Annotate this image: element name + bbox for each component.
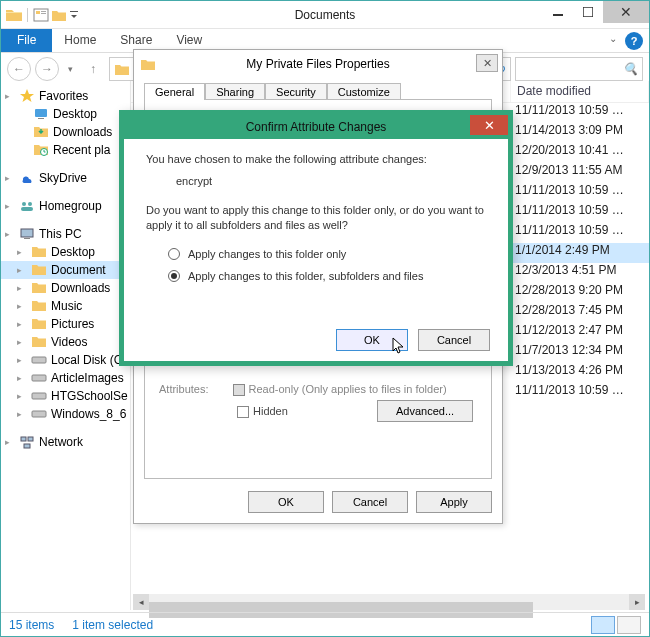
tree-pictures[interactable]: ▸Pictures — [1, 315, 130, 333]
scroll-left-button[interactable]: ◂ — [133, 594, 149, 610]
date-cell: 11/11/2013 10:59 … — [511, 223, 624, 243]
confirm-dialog: Confirm Attribute Changes ✕ You have cho… — [119, 110, 513, 366]
advanced-button[interactable]: Advanced... — [377, 400, 473, 422]
option-folder-only[interactable]: Apply changes to this folder only — [168, 248, 486, 260]
date-cell: 11/7/2013 12:34 PM — [511, 343, 623, 363]
qat-separator — [25, 8, 31, 22]
tab-customize[interactable]: Customize — [327, 83, 401, 100]
window-buttons: ✕ — [543, 1, 649, 23]
svg-rect-7 — [583, 7, 593, 17]
new-folder-icon[interactable] — [51, 8, 67, 22]
status-bar: 15 items 1 item selected — [1, 612, 649, 636]
hidden-checkbox-row[interactable]: Hidden — [237, 405, 288, 418]
date-cell: 12/9/2013 11:55 AM — [511, 163, 622, 183]
close-button[interactable]: ✕ — [603, 1, 649, 23]
confirm-buttons: OK Cancel — [336, 329, 490, 351]
svg-rect-5 — [70, 11, 78, 12]
properties-cancel-button[interactable]: Cancel — [332, 491, 408, 513]
history-dropdown-icon[interactable]: ▾ — [63, 57, 77, 81]
tab-security[interactable]: Security — [265, 83, 327, 100]
date-cell: 12/20/2013 10:41 … — [511, 143, 624, 163]
svg-rect-4 — [41, 13, 46, 14]
date-cell: 11/11/2013 10:59 … — [511, 103, 624, 123]
date-cell: 12/28/2013 7:45 PM — [511, 303, 623, 323]
back-button[interactable]: ← — [7, 57, 31, 81]
tree-recent-fav[interactable]: Recent pla — [1, 141, 130, 159]
tree-network[interactable]: ▸Network — [1, 433, 130, 451]
scroll-right-button[interactable]: ▸ — [629, 594, 645, 610]
properties-ok-button[interactable]: OK — [248, 491, 324, 513]
tree-videos[interactable]: ▸Videos — [1, 333, 130, 351]
tab-sharing[interactable]: Sharing — [205, 83, 265, 100]
svg-rect-1 — [34, 9, 48, 21]
properties-buttons: OK Cancel Apply — [248, 491, 492, 513]
confirm-titlebar[interactable]: Confirm Attribute Changes ✕ — [124, 115, 508, 139]
svg-rect-20 — [21, 437, 26, 441]
tree-music[interactable]: ▸Music — [1, 297, 130, 315]
svg-rect-3 — [41, 11, 46, 12]
option-subfolders-files[interactable]: Apply changes to this folder, subfolders… — [168, 270, 486, 282]
qat-dropdown-icon[interactable] — [69, 8, 79, 22]
ribbon-expand-icon[interactable]: ⌄ — [601, 29, 625, 52]
hidden-checkbox[interactable] — [237, 406, 249, 418]
titlebar: Documents ✕ — [1, 1, 649, 29]
svg-rect-8 — [35, 109, 47, 117]
confirm-cancel-button[interactable]: Cancel — [418, 329, 490, 351]
date-cell: 11/13/2013 4:26 PM — [511, 363, 623, 383]
date-cell: 11/11/2013 10:59 … — [511, 183, 624, 203]
status-selected: 1 item selected — [72, 618, 153, 632]
date-cell: 11/14/2013 3:09 PM — [511, 123, 623, 143]
tree-htgschool[interactable]: ▸HTGSchoolSe — [1, 387, 130, 405]
explorer-window: Documents ✕ File Home Share View ⌄ ? ← →… — [0, 0, 650, 637]
tree-localdisk[interactable]: ▸Local Disk (C — [1, 351, 130, 369]
status-count: 15 items — [9, 618, 54, 632]
tree-desktop-fav[interactable]: Desktop — [1, 105, 130, 123]
confirm-body: You have chosen to make the following at… — [124, 139, 508, 306]
tree-windows8[interactable]: ▸Windows_8_6 — [1, 405, 130, 423]
tree-articleimages[interactable]: ▸ArticleImages — [1, 369, 130, 387]
date-cell: 11/12/2013 2:47 PM — [511, 323, 623, 343]
confirm-title: Confirm Attribute Changes — [124, 120, 508, 134]
svg-rect-9 — [38, 118, 44, 119]
properties-close-button[interactable]: ✕ — [476, 54, 498, 72]
radio-icon[interactable] — [168, 270, 180, 282]
properties-titlebar[interactable]: My Private Files Properties ✕ — [134, 50, 502, 78]
minimize-button[interactable] — [543, 1, 573, 23]
properties-icon[interactable] — [33, 8, 49, 22]
svg-rect-16 — [32, 357, 46, 363]
attributes-row: Attributes: Read-only (Only applies to f… — [159, 383, 477, 396]
tree-desktop[interactable]: ▸Desktop — [1, 243, 130, 261]
confirm-change: encrypt — [176, 175, 486, 187]
view-details-button[interactable] — [591, 616, 615, 634]
up-button[interactable]: ↑ — [81, 57, 105, 81]
confirm-close-button[interactable]: ✕ — [470, 115, 508, 135]
view-large-button[interactable] — [617, 616, 641, 634]
h-scrollbar[interactable]: ◂ ▸ — [133, 594, 645, 610]
svg-rect-15 — [24, 238, 30, 239]
confirm-ok-button[interactable]: OK — [336, 329, 408, 351]
home-tab[interactable]: Home — [52, 29, 108, 52]
properties-apply-button[interactable]: Apply — [416, 491, 492, 513]
tree-downloads[interactable]: ▸Downloads — [1, 279, 130, 297]
maximize-button[interactable] — [573, 1, 603, 23]
svg-rect-2 — [36, 11, 40, 14]
search-input[interactable]: 🔍 — [515, 57, 643, 81]
svg-rect-14 — [21, 229, 33, 237]
tree-downloads-fav[interactable]: Downloads — [1, 123, 130, 141]
tree-thispc[interactable]: ▸This PC — [1, 225, 130, 243]
radio-icon[interactable] — [168, 248, 180, 260]
properties-tabs: General Sharing Security Customize — [134, 78, 502, 99]
tree-favorites[interactable]: ▸Favorites — [1, 87, 130, 105]
svg-rect-18 — [32, 393, 46, 399]
tree-documents[interactable]: ▸Document — [1, 261, 130, 279]
tab-general[interactable]: General — [144, 83, 205, 100]
col-date[interactable]: Date modified — [511, 81, 649, 102]
file-tab[interactable]: File — [1, 29, 52, 52]
date-cell: 1/1/2014 2:49 PM — [511, 243, 610, 263]
help-icon[interactable]: ? — [625, 32, 643, 50]
tree-skydrive[interactable]: ▸SkyDrive — [1, 169, 130, 187]
tree-homegroup[interactable]: ▸Homegroup — [1, 197, 130, 215]
nav-tree[interactable]: ▸Favorites Desktop Downloads Recent pla … — [1, 81, 131, 610]
date-cell: 11/11/2013 10:59 … — [511, 203, 624, 223]
forward-button[interactable]: → — [35, 57, 59, 81]
